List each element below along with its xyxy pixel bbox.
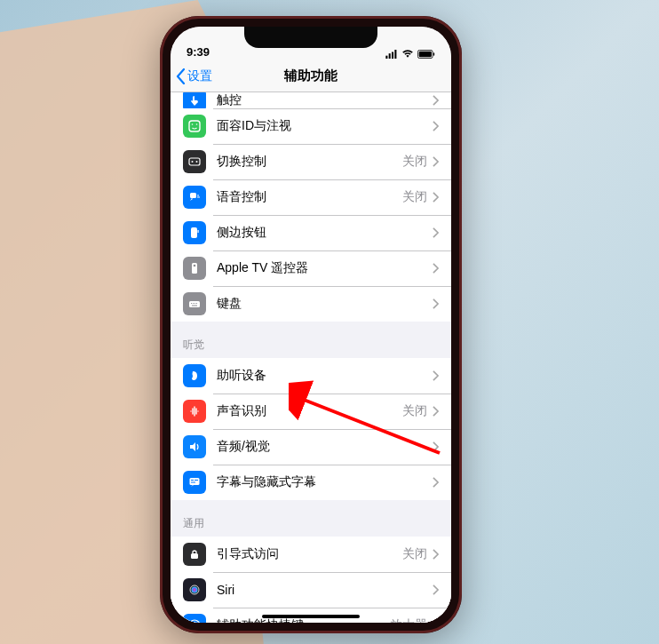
chevron-right-icon — [433, 121, 439, 131]
chevron-right-icon — [433, 549, 439, 560]
svg-rect-2 — [392, 52, 393, 60]
row-audio-visual[interactable]: 音频/视觉 — [171, 429, 451, 465]
row-side-button[interactable]: 侧边按钮 — [171, 215, 451, 250]
chevron-right-icon — [433, 227, 439, 238]
chevron-right-icon — [433, 584, 439, 595]
svg-rect-1 — [389, 53, 391, 59]
row-value: 放大器 — [390, 617, 427, 623]
svg-rect-20 — [193, 303, 194, 304]
row-hearing-devices[interactable]: 助听设备 — [171, 358, 451, 394]
row-appletv[interactable]: Apple TV 遥控器 — [171, 250, 451, 286]
row-touch-partial[interactable]: 触控 — [171, 92, 451, 108]
svg-rect-28 — [191, 553, 198, 559]
svg-rect-19 — [191, 303, 192, 304]
svg-rect-18 — [189, 301, 200, 307]
chevron-right-icon — [433, 370, 439, 381]
svg-rect-10 — [189, 158, 200, 165]
nav-title: 辅助功能 — [171, 68, 451, 84]
home-indicator[interactable] — [262, 615, 360, 618]
nav-bar: 设置 辅助功能 — [171, 60, 451, 92]
row-switch-control[interactable]: 切换控制 关闭 — [171, 144, 451, 179]
svg-rect-13 — [190, 193, 196, 198]
svg-point-32 — [194, 622, 195, 623]
row-sound-recognition[interactable]: 声音识别 关闭 — [171, 394, 451, 429]
row-faceid[interactable]: 面容ID与注视 — [171, 108, 451, 144]
row-label: 键盘 — [217, 296, 433, 312]
row-label: 侧边按钮 — [217, 225, 433, 241]
row-label: 声音识别 — [217, 403, 402, 419]
row-label: 字幕与隐藏式字幕 — [217, 474, 433, 490]
svg-point-30 — [192, 587, 198, 593]
siri-icon — [183, 578, 206, 601]
chevron-right-icon — [433, 95, 439, 106]
notch — [244, 27, 377, 48]
row-value: 关闭 — [402, 546, 427, 562]
row-value: 关闭 — [402, 189, 427, 205]
chevron-right-icon — [433, 192, 439, 203]
row-label: 切换控制 — [217, 154, 402, 170]
section-header-hearing: 听觉 — [171, 322, 451, 358]
chevron-right-icon — [433, 156, 439, 167]
section-header-general: 通用 — [171, 500, 451, 537]
svg-rect-7 — [189, 121, 200, 131]
battery-icon — [417, 50, 435, 59]
cellular-icon — [385, 50, 398, 59]
chevron-right-icon — [433, 406, 439, 417]
chevron-right-icon — [433, 477, 439, 488]
svg-rect-15 — [198, 230, 199, 233]
accessibility-icon — [183, 614, 206, 623]
svg-point-12 — [196, 161, 198, 163]
faceid-icon — [183, 115, 206, 138]
speaker-icon — [183, 435, 206, 458]
svg-rect-24 — [190, 478, 200, 485]
row-subtitles[interactable]: 字幕与隐藏式字幕 — [171, 465, 451, 500]
chevron-right-icon — [433, 298, 439, 309]
row-label: 音频/视觉 — [217, 439, 433, 455]
back-button[interactable]: 设置 — [176, 68, 212, 84]
settings-list[interactable]: 触控 面容ID与注视 切换控制 关闭 语音控制 关闭 — [171, 92, 451, 623]
back-label: 设置 — [187, 68, 212, 84]
keyboard-icon — [183, 292, 206, 315]
chevron-left-icon — [176, 68, 186, 84]
touch-icon — [183, 92, 206, 108]
subtitles-icon — [183, 471, 206, 494]
svg-rect-26 — [195, 480, 198, 481]
row-label: Apple TV 遥控器 — [217, 260, 433, 276]
screen: 9:39 设置 辅助功能 触控 — [171, 27, 451, 623]
svg-rect-25 — [191, 480, 194, 481]
row-voice-control[interactable]: 语音控制 关闭 — [171, 179, 451, 215]
svg-point-11 — [192, 161, 194, 163]
switch-control-icon — [183, 150, 206, 173]
svg-rect-3 — [394, 50, 396, 59]
svg-point-17 — [194, 265, 196, 267]
svg-point-31 — [189, 620, 200, 623]
svg-rect-23 — [192, 306, 197, 306]
row-keyboard[interactable]: 键盘 — [171, 286, 451, 322]
svg-rect-14 — [191, 227, 197, 238]
row-label: 面容ID与注视 — [217, 118, 433, 134]
row-value: 关闭 — [402, 403, 427, 419]
row-siri[interactable]: Siri — [171, 572, 451, 608]
lock-icon — [183, 543, 206, 566]
svg-rect-21 — [195, 303, 195, 304]
status-time: 9:39 — [187, 45, 210, 59]
row-label: 触控 — [217, 92, 433, 108]
row-guided-access[interactable]: 引导式访问 关闭 — [171, 537, 451, 572]
ear-icon — [183, 364, 206, 387]
chevron-right-icon — [433, 441, 439, 452]
svg-point-8 — [192, 123, 194, 125]
appletv-remote-icon — [183, 257, 206, 280]
svg-rect-22 — [196, 303, 197, 304]
chevron-right-icon — [433, 620, 439, 623]
chevron-right-icon — [433, 263, 439, 274]
iphone-device: 9:39 设置 辅助功能 触控 — [160, 16, 462, 633]
row-value: 关闭 — [402, 154, 427, 170]
svg-rect-0 — [385, 56, 387, 59]
side-button-icon — [183, 221, 206, 244]
row-label: 助听设备 — [217, 368, 433, 384]
row-label: 语音控制 — [217, 189, 402, 205]
sound-recognition-icon — [183, 400, 206, 423]
wifi-icon — [401, 50, 414, 59]
row-label: 引导式访问 — [217, 546, 402, 562]
svg-rect-5 — [419, 52, 432, 58]
